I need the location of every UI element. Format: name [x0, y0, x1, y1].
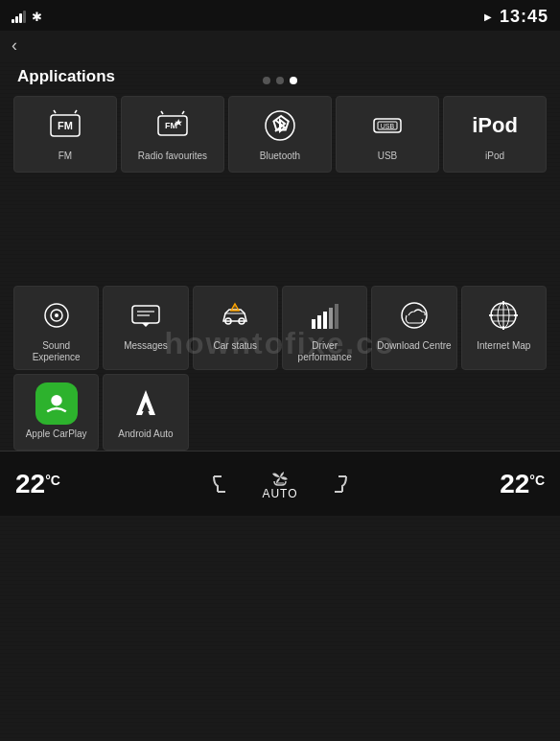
- temp-right: 22°C: [500, 469, 545, 499]
- nav-bar: ‹: [0, 31, 560, 59]
- sound-icon: [35, 294, 78, 336]
- fm-icon: FM: [44, 104, 86, 147]
- app-ipod[interactable]: iPod iPod: [443, 96, 547, 173]
- svg-line-7: [161, 111, 163, 114]
- app-messages[interactable]: Messages: [103, 286, 188, 370]
- auto-section[interactable]: AUTO: [262, 468, 297, 500]
- download-label: Download Centre: [377, 340, 451, 352]
- auto-label: AUTO: [262, 487, 297, 500]
- radio-fav-label: Radio favourites: [138, 151, 207, 162]
- temp-left: 22°C: [15, 469, 60, 499]
- app-internet-map[interactable]: Internet Map: [461, 286, 547, 370]
- svg-point-29: [402, 303, 427, 328]
- ipod-icon: iPod: [474, 104, 516, 147]
- car-status-label: Car status: [214, 340, 258, 352]
- fm-label: FM: [58, 151, 72, 162]
- temp-right-unit: °C: [529, 473, 545, 488]
- temp-left-value: 22: [15, 469, 45, 499]
- svg-rect-24: [312, 319, 315, 329]
- svg-point-41: [51, 395, 61, 405]
- carplay-label: Apple CarPlay: [26, 428, 87, 440]
- bluetooth-label: Bluetooth: [260, 151, 300, 162]
- svg-text:USB: USB: [381, 123, 395, 129]
- section-title: Applications: [17, 67, 547, 86]
- bluetooth-icon: ⬠: [259, 104, 301, 147]
- svg-rect-26: [323, 312, 327, 329]
- play-icon: ▶: [484, 12, 492, 22]
- svg-line-2: [54, 110, 56, 113]
- app-bluetooth[interactable]: ⬠ Bluetooth: [228, 96, 332, 173]
- app-grid-row1: FM FM FM Radio favourites: [13, 96, 547, 173]
- app-radio-favourites[interactable]: FM Radio favourites: [121, 96, 224, 173]
- app-grid-row3: Apple CarPlay Android Auto: [13, 374, 547, 451]
- app-download-centre[interactable]: Download Centre: [371, 286, 456, 370]
- status-left: ✱: [12, 10, 42, 24]
- app-grid-row2: Sound Experience Messages: [13, 286, 547, 370]
- svg-text:FM: FM: [58, 120, 73, 131]
- svg-point-16: [55, 313, 58, 317]
- status-right: ▶ 13:45: [484, 7, 548, 27]
- app-usb[interactable]: USB USB: [336, 96, 439, 173]
- usb-label: USB: [378, 151, 398, 162]
- temp-right-value: 22: [500, 469, 529, 499]
- svg-rect-27: [329, 308, 333, 329]
- car-status-icon: !: [214, 294, 256, 336]
- svg-text:!: !: [234, 305, 236, 311]
- fan-icon: [267, 468, 293, 487]
- messages-icon: [125, 294, 167, 336]
- svg-line-8: [182, 111, 184, 114]
- svg-text:FM: FM: [165, 121, 177, 130]
- map-icon: [482, 294, 525, 336]
- download-icon: [393, 294, 435, 336]
- back-button[interactable]: ‹: [12, 35, 17, 56]
- bottom-bar: 22°C AUTO 22°C: [0, 451, 560, 516]
- app-car-status[interactable]: ! Car status: [193, 286, 278, 370]
- messages-label: Messages: [124, 340, 168, 352]
- svg-line-3: [75, 110, 77, 113]
- svg-rect-28: [335, 304, 338, 329]
- svg-rect-17: [132, 306, 159, 323]
- app-android-auto[interactable]: Android Auto: [103, 374, 188, 451]
- bluetooth-status-icon: ✱: [32, 10, 42, 24]
- seat-left-icon[interactable]: [206, 471, 233, 498]
- svg-rect-25: [317, 315, 321, 329]
- bottom-controls: AUTO: [206, 468, 353, 500]
- signal-icon: [12, 10, 26, 23]
- status-bar: ✱ ▶ 13:45: [0, 0, 560, 31]
- sound-label: Sound Experience: [18, 340, 94, 363]
- usb-icon: USB: [366, 104, 408, 147]
- android-label: Android Auto: [118, 428, 173, 440]
- carplay-icon: [35, 382, 78, 425]
- map-label: Internet Map: [477, 340, 530, 352]
- android-icon: [125, 382, 167, 425]
- ipod-text: iPod: [472, 113, 518, 138]
- ipod-label: iPod: [485, 151, 504, 162]
- clock: 13:45: [500, 7, 548, 27]
- driver-icon: [304, 294, 346, 336]
- driver-label: Driver performance: [287, 340, 362, 363]
- seat-right-icon[interactable]: [327, 471, 354, 498]
- radio-fav-icon: FM: [152, 104, 194, 147]
- main-content: Applications FM FM FM: [0, 67, 560, 451]
- app-fm[interactable]: FM FM: [13, 96, 117, 173]
- app-sound-experience[interactable]: Sound Experience: [13, 286, 99, 370]
- app-driver-performance[interactable]: Driver performance: [282, 286, 367, 370]
- app-apple-carplay[interactable]: Apple CarPlay: [13, 374, 99, 451]
- temp-left-unit: °C: [45, 473, 60, 488]
